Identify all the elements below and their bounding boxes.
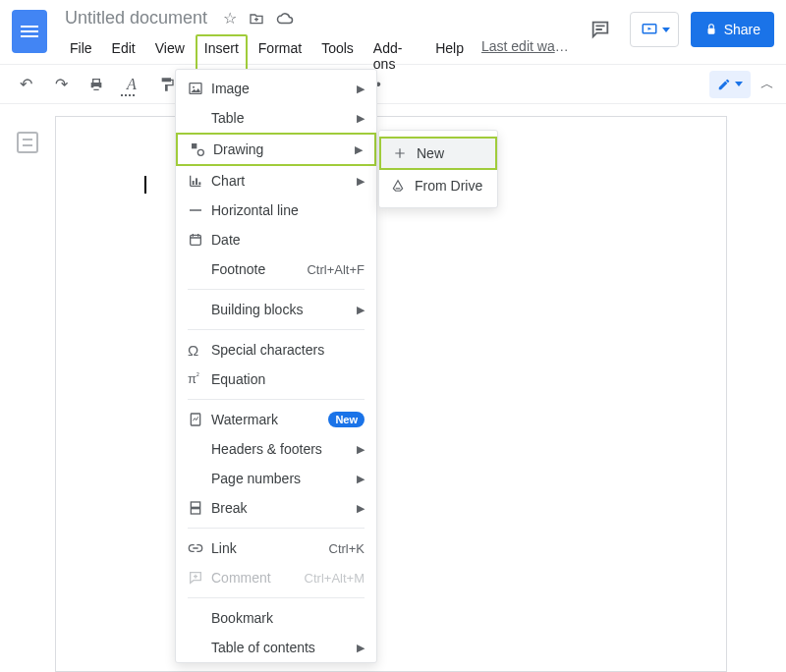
submenu-arrow-icon: ▶ bbox=[357, 112, 365, 125]
insert-menu-item-bookmark[interactable]: Bookmark bbox=[176, 603, 376, 633]
undo-icon[interactable]: ↶ bbox=[12, 71, 39, 98]
collapse-toolbar-icon[interactable]: ︿ bbox=[760, 76, 774, 93]
menu-item-label: Date bbox=[211, 232, 365, 248]
insert-menu-item-building-blocks[interactable]: Building blocks▶ bbox=[176, 295, 376, 324]
text-cursor bbox=[144, 176, 146, 194]
link-icon bbox=[188, 540, 211, 556]
menu-item-label: Table bbox=[211, 110, 357, 126]
insert-menu-item-table[interactable]: Table▶ bbox=[176, 103, 376, 133]
menu-item-label: Bookmark bbox=[211, 610, 365, 626]
editing-mode-button[interactable] bbox=[709, 71, 751, 98]
insert-menu-item-equation[interactable]: π²Equation bbox=[176, 364, 376, 394]
submenu-arrow-icon: ▶ bbox=[357, 642, 365, 654]
insert-menu-item-horizontal-line[interactable]: Horizontal line bbox=[176, 196, 376, 225]
print-icon[interactable] bbox=[83, 71, 110, 98]
menu-item-label: Equation bbox=[211, 371, 365, 387]
insert-menu-item-link[interactable]: LinkCtrl+K bbox=[176, 533, 376, 563]
share-label: Share bbox=[724, 22, 760, 37]
submenu-arrow-icon: ▶ bbox=[357, 304, 365, 316]
insert-menu-item-date[interactable]: Date bbox=[176, 225, 376, 254]
menu-help[interactable]: Help bbox=[426, 34, 473, 78]
svg-rect-8 bbox=[198, 182, 200, 185]
svg-rect-15 bbox=[191, 502, 199, 507]
insert-menu-item-headers-footers[interactable]: Headers & footers▶ bbox=[176, 434, 376, 464]
drawing-submenu: NewFrom Drive bbox=[378, 130, 498, 208]
insert-menu-dropdown: Image▶Table▶Drawing▶Chart▶Horizontal lin… bbox=[175, 69, 377, 663]
chart-icon bbox=[188, 173, 211, 189]
menu-item-label: Footnote bbox=[211, 261, 307, 277]
watermark-icon bbox=[188, 412, 211, 427]
menu-item-label: Break bbox=[211, 500, 357, 516]
date-icon bbox=[188, 232, 211, 248]
present-button[interactable] bbox=[630, 12, 679, 47]
menu-item-label: Horizontal line bbox=[211, 202, 365, 218]
cloud-status-icon[interactable] bbox=[276, 10, 294, 28]
svg-rect-4 bbox=[192, 143, 196, 148]
menu-item-label: Image bbox=[211, 81, 357, 96]
svg-rect-10 bbox=[191, 235, 201, 245]
omega-icon: Ω bbox=[188, 342, 211, 359]
pi-icon: π² bbox=[188, 371, 211, 386]
menu-item-label: Special characters bbox=[211, 342, 365, 358]
move-icon[interactable] bbox=[249, 11, 264, 27]
shortcut-label: Ctrl+Alt+M bbox=[305, 571, 365, 586]
insert-menu-item-table-of-contents[interactable]: Table of contents▶ bbox=[176, 633, 376, 662]
menu-item-label: Comment bbox=[211, 570, 305, 586]
open-comments-icon[interactable] bbox=[583, 12, 618, 47]
submenu-arrow-icon: ▶ bbox=[357, 473, 365, 485]
svg-rect-16 bbox=[191, 509, 199, 514]
drawing-submenu-item-from-drive[interactable]: From Drive bbox=[379, 170, 497, 201]
menu-item-label: Table of contents bbox=[211, 640, 357, 655]
submenu-arrow-icon: ▶ bbox=[357, 83, 365, 95]
svg-rect-1 bbox=[707, 28, 714, 34]
insert-menu-item-special-characters[interactable]: ΩSpecial characters bbox=[176, 335, 376, 364]
menu-item-label: Watermark bbox=[211, 412, 328, 427]
shortcut-label: Ctrl+K bbox=[329, 541, 365, 556]
menu-item-label: Page numbers bbox=[211, 471, 357, 486]
submenu-arrow-icon: ▶ bbox=[357, 502, 365, 515]
svg-rect-7 bbox=[196, 178, 197, 185]
submenu-arrow-icon: ▶ bbox=[357, 175, 365, 188]
share-button[interactable]: Share bbox=[691, 12, 774, 47]
submenu-arrow-icon: ▶ bbox=[355, 143, 363, 156]
image-icon bbox=[188, 81, 211, 96]
drawing-submenu-item-new[interactable]: New bbox=[379, 137, 497, 170]
new-badge: New bbox=[328, 412, 365, 427]
menu-item-label: Building blocks bbox=[211, 302, 357, 317]
insert-menu-item-page-numbers[interactable]: Page numbers▶ bbox=[176, 464, 376, 493]
plus-icon bbox=[393, 146, 417, 160]
svg-point-3 bbox=[193, 86, 195, 88]
menu-item-label: Link bbox=[211, 540, 329, 556]
insert-menu-item-break[interactable]: Break▶ bbox=[176, 493, 376, 523]
menu-item-label: Drawing bbox=[213, 141, 355, 157]
insert-menu-item-drawing[interactable]: Drawing▶ bbox=[176, 133, 376, 166]
insert-menu-item-chart[interactable]: Chart▶ bbox=[176, 166, 376, 196]
menu-item-label: Chart bbox=[211, 173, 357, 189]
insert-menu-item-footnote[interactable]: FootnoteCtrl+Alt+F bbox=[176, 254, 376, 284]
svg-rect-6 bbox=[193, 181, 195, 185]
submenu-item-label: From Drive bbox=[415, 178, 482, 194]
doc-title[interactable]: Untitled document bbox=[61, 6, 211, 30]
svg-point-5 bbox=[197, 149, 203, 155]
star-icon[interactable]: ☆ bbox=[223, 9, 237, 28]
docs-logo[interactable] bbox=[12, 10, 47, 53]
drive-icon bbox=[391, 179, 415, 193]
hline-icon bbox=[188, 202, 211, 218]
document-outline-icon[interactable] bbox=[17, 132, 38, 153]
submenu-item-label: New bbox=[417, 145, 444, 161]
drawing-icon bbox=[190, 141, 213, 157]
break-icon bbox=[188, 500, 211, 516]
insert-menu-item-watermark[interactable]: WatermarkNew bbox=[176, 405, 376, 434]
insert-menu-item-image[interactable]: Image▶ bbox=[176, 74, 376, 103]
insert-menu-item-comment: CommentCtrl+Alt+M bbox=[176, 563, 376, 592]
redo-icon[interactable]: ↷ bbox=[47, 71, 75, 98]
spellcheck-icon[interactable]: A bbox=[118, 71, 145, 98]
shortcut-label: Ctrl+Alt+F bbox=[307, 262, 365, 277]
chevron-down-icon bbox=[662, 28, 670, 32]
comment-icon bbox=[188, 570, 211, 586]
chevron-down-icon bbox=[735, 82, 743, 86]
submenu-arrow-icon: ▶ bbox=[357, 443, 365, 456]
menu-item-label: Headers & footers bbox=[211, 441, 357, 457]
last-edit-link[interactable]: Last edit was 10… bbox=[475, 34, 583, 78]
